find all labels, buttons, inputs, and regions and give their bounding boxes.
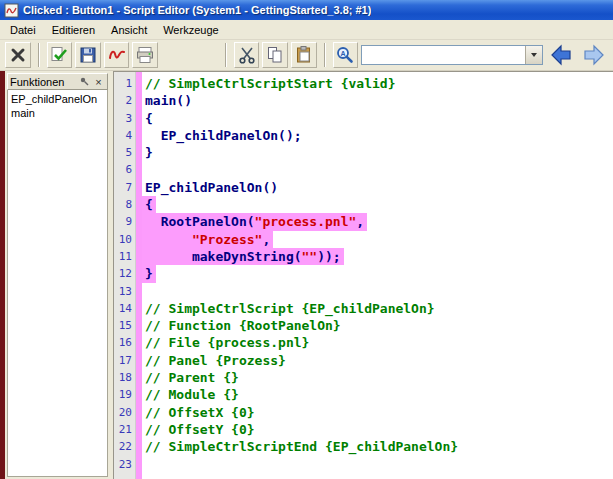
code-line-text: {: [142, 110, 156, 127]
cut-button[interactable]: [234, 42, 260, 68]
close-script-button[interactable]: [5, 42, 31, 68]
clipboard-icon: [294, 45, 314, 65]
save-button[interactable]: [75, 42, 101, 68]
function-item-EP_childPanelOn[interactable]: EP_childPanelOn: [9, 92, 106, 106]
line-number: 7: [114, 179, 135, 196]
window-title: Clicked : Button1 - Script Editor (Syste…: [23, 4, 371, 16]
editor-line-20[interactable]: 20// OffsetX {0}: [114, 404, 613, 421]
editor-line-2[interactable]: 2main(): [114, 92, 613, 109]
editor-line-13[interactable]: 13: [114, 283, 613, 300]
close-panel-button[interactable]: ×: [92, 75, 105, 88]
search-combobox[interactable]: [361, 45, 543, 65]
editor-line-18[interactable]: 18// Parent {}: [114, 369, 613, 386]
line-number: 2: [114, 92, 135, 109]
copy-button[interactable]: [262, 42, 288, 68]
line-number: 9: [114, 213, 135, 230]
close-x-icon: [8, 45, 28, 65]
search-combobox-input[interactable]: [362, 46, 525, 64]
line-number: 15: [114, 317, 135, 334]
forward-button[interactable]: [579, 42, 608, 69]
line-number: 6: [114, 161, 135, 178]
signature-button[interactable]: [104, 42, 130, 68]
editor-line-23[interactable]: 23: [114, 456, 613, 473]
line-number: 11: [114, 248, 135, 265]
editor-lines: 1// SimpleCtrlScriptStart {valid}2main()…: [114, 72, 613, 473]
code-line-text: [142, 283, 148, 300]
editor-line-22[interactable]: 22// SimpleCtrlScriptEnd {EP_childPanelO…: [114, 438, 613, 455]
check-syntax-button[interactable]: [47, 42, 73, 68]
menu-bar: DateiEditierenAnsichtWerkzeuge: [0, 20, 613, 40]
editor-line-17[interactable]: 17// Panel {Prozess}: [114, 352, 613, 369]
editor-line-4[interactable]: 4 EP_childPanelOn();: [114, 127, 613, 144]
code-line-text: // OffsetX {0}: [142, 404, 258, 421]
menu-editieren[interactable]: Editieren: [44, 21, 103, 39]
svg-text:A: A: [341, 50, 346, 57]
toolbar: A: [0, 40, 613, 71]
editor-line-1[interactable]: 1// SimpleCtrlScriptStart {valid}: [114, 75, 613, 92]
line-number: 5: [114, 144, 135, 161]
title-bar[interactable]: Clicked : Button1 - Script Editor (Syste…: [0, 0, 613, 20]
code-line-text: "Prozess",: [142, 231, 273, 248]
code-line-text: makeDynString(""));: [142, 248, 344, 265]
line-number: 23: [114, 456, 135, 473]
code-line-text: // SimpleCtrlScriptStart {valid}: [142, 75, 398, 92]
code-line-text: // Panel {Prozess}: [142, 352, 289, 369]
editor-line-3[interactable]: 3{: [114, 110, 613, 127]
code-line-text: [142, 161, 148, 178]
close-icon: ×: [95, 77, 101, 87]
editor-line-7[interactable]: 7EP_childPanelOn(): [114, 179, 613, 196]
code-line-text: EP_childPanelOn();: [142, 127, 305, 144]
editor-line-6[interactable]: 6: [114, 161, 613, 178]
arrow-right-icon: [582, 43, 606, 67]
print-button[interactable]: [132, 42, 158, 68]
floppy-disk-icon: [78, 45, 98, 65]
paste-button[interactable]: [291, 42, 317, 68]
line-number: 22: [114, 438, 135, 455]
editor-line-16[interactable]: 16// File {process.pnl}: [114, 334, 613, 351]
editor-line-14[interactable]: 14// SimpleCtrlScript {EP_childPanelOn}: [114, 300, 613, 317]
functions-list: EP_childPanelOnmain: [7, 90, 108, 477]
line-number: 1: [114, 75, 135, 92]
function-item-main[interactable]: main: [9, 106, 106, 120]
back-button[interactable]: [546, 42, 575, 69]
functions-panel-header[interactable]: Funktionen ×: [7, 73, 108, 90]
editor-line-9[interactable]: 9 RootPanelOn("process.pnl",: [114, 213, 613, 230]
code-line-text: EP_childPanelOn(): [142, 179, 281, 196]
toolbar-separator: [38, 43, 40, 67]
code-line-text: // Module {}: [142, 386, 242, 403]
code-line-text: // SimpleCtrlScript {EP_childPanelOn}: [142, 300, 438, 317]
code-line-text: }: [142, 265, 156, 282]
search-button[interactable]: A: [333, 42, 359, 68]
code-editor[interactable]: 1// SimpleCtrlScriptStart {valid}2main()…: [113, 71, 613, 479]
line-number: 19: [114, 386, 135, 403]
code-line-text: main(): [142, 92, 195, 109]
menu-werkzeuge[interactable]: Werkzeuge: [155, 21, 226, 39]
code-line-text: // SimpleCtrlScriptEnd {EP_childPanelOn}: [142, 438, 461, 455]
editor-line-11[interactable]: 11 makeDynString(""));: [114, 248, 613, 265]
code-line-text: [142, 456, 148, 473]
menu-datei[interactable]: Datei: [2, 21, 44, 39]
code-line-text: {: [142, 196, 156, 213]
editor-line-21[interactable]: 21// OffsetY {0}: [114, 421, 613, 438]
pin-panel-button[interactable]: [77, 75, 90, 88]
navigation-buttons: [546, 42, 608, 69]
menu-ansicht[interactable]: Ansicht: [103, 21, 155, 39]
editor-line-19[interactable]: 19// Module {}: [114, 386, 613, 403]
editor-line-12[interactable]: 12}: [114, 265, 613, 282]
script-editor-icon: [4, 3, 19, 18]
magnifier-icon: A: [335, 45, 355, 65]
combobox-dropdown-button[interactable]: [525, 46, 542, 64]
main-content: Funktionen × EP_childPanelOnmain 1// Sim…: [0, 71, 613, 479]
code-line-text: RootPanelOn("process.pnl",: [142, 213, 367, 230]
editor-line-10[interactable]: 10 "Prozess",: [114, 231, 613, 248]
line-number: 18: [114, 369, 135, 386]
line-number: 3: [114, 110, 135, 127]
editor-line-15[interactable]: 15// Function {RootPanelOn}: [114, 317, 613, 334]
editor-line-5[interactable]: 5}: [114, 144, 613, 161]
functions-panel: Funktionen × EP_childPanelOnmain: [5, 71, 108, 479]
green-checkmark-icon: [49, 45, 69, 65]
line-number: 16: [114, 334, 135, 351]
script-editor-window: Clicked : Button1 - Script Editor (Syste…: [0, 0, 613, 479]
editor-line-8[interactable]: 8{: [114, 196, 613, 213]
line-number: 21: [114, 421, 135, 438]
